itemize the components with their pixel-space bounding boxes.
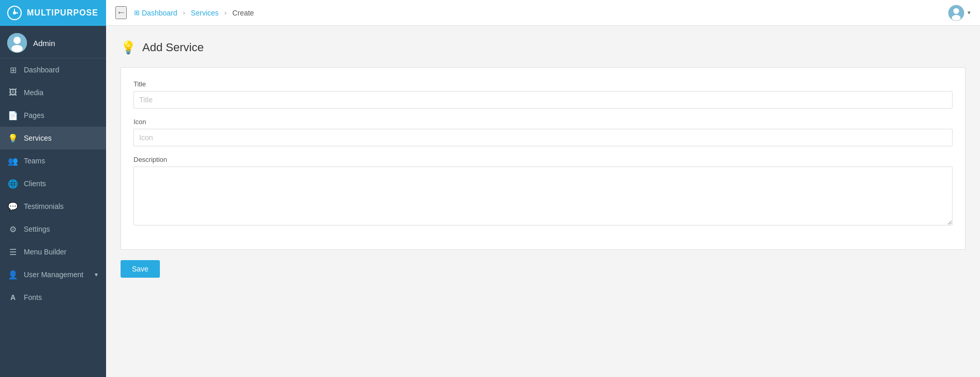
breadcrumb-sep-1: › <box>183 9 185 17</box>
admin-section: Admin <box>0 26 106 58</box>
teams-icon: 👥 <box>8 156 18 165</box>
page-header: 💡 Add Service <box>121 40 966 55</box>
icon-input[interactable] <box>133 129 953 146</box>
sidebar-item-label: Testimonials <box>24 202 64 210</box>
chevron-down-icon: ▾ <box>95 271 98 278</box>
user-chevron-icon: ▾ <box>968 9 971 16</box>
svg-point-3 <box>13 37 21 44</box>
menu-builder-icon: ☰ <box>8 247 18 257</box>
sidebar-item-label: Fonts <box>24 293 42 301</box>
sidebar-header: MULTIPURPOSE <box>0 0 106 26</box>
sidebar-item-label: Teams <box>24 157 45 165</box>
sidebar-item-pages[interactable]: 📄 Pages <box>0 104 106 127</box>
sidebar-item-settings[interactable]: ⚙ Settings <box>0 218 106 240</box>
back-button[interactable]: ← <box>115 6 127 19</box>
page-header-icon: 💡 <box>121 40 136 55</box>
sidebar-item-user-management[interactable]: 👤 User Management ▾ <box>0 263 106 286</box>
add-service-form: Title Icon Description <box>121 67 966 250</box>
sidebar-item-media[interactable]: 🖼 Media <box>0 81 106 104</box>
icon-group: Icon <box>133 118 953 146</box>
sidebar-item-label: Services <box>24 134 52 142</box>
services-icon: 💡 <box>8 133 18 143</box>
testimonials-icon: 💬 <box>8 202 18 211</box>
sidebar: MULTIPURPOSE Admin ⊞ Dashboard 🖼 Media 📄… <box>0 0 106 377</box>
description-group: Description <box>133 156 953 228</box>
sidebar-item-label: Menu Builder <box>24 248 67 256</box>
title-group: Title <box>133 80 953 109</box>
sidebar-item-services[interactable]: 💡 Services <box>0 127 106 149</box>
pages-icon: 📄 <box>8 111 18 120</box>
page-title: Add Service <box>142 41 204 54</box>
logo-icon <box>7 6 22 20</box>
content-area: 💡 Add Service Title Icon Description Sav… <box>106 26 980 377</box>
user-management-icon: 👤 <box>8 270 18 279</box>
breadcrumb-create: Create <box>232 9 254 17</box>
dashboard-icon: ⊞ <box>8 65 18 74</box>
clients-icon: 🌐 <box>8 179 18 188</box>
sidebar-item-menu-builder[interactable]: ☰ Menu Builder <box>0 240 106 263</box>
sidebar-item-label: Settings <box>24 225 50 233</box>
sidebar-item-label: User Management <box>24 270 83 279</box>
svg-point-7 <box>952 14 961 20</box>
svg-point-4 <box>11 45 23 52</box>
sidebar-item-testimonials[interactable]: 💬 Testimonials <box>0 195 106 218</box>
topbar: ← ⊞ Dashboard › Services › Create ▾ <box>106 0 980 26</box>
sidebar-item-label: Media <box>24 88 43 97</box>
sidebar-brand: MULTIPURPOSE <box>27 8 98 18</box>
sidebar-nav: ⊞ Dashboard 🖼 Media 📄 Pages 💡 Services 👥… <box>0 58 106 309</box>
title-label: Title <box>133 80 953 88</box>
sidebar-item-fonts[interactable]: A Fonts <box>0 286 106 309</box>
admin-name: Admin <box>33 39 55 48</box>
home-icon: ⊞ <box>134 9 140 17</box>
sidebar-item-label: Pages <box>24 111 44 119</box>
svg-point-6 <box>953 8 959 13</box>
breadcrumb-services[interactable]: Services <box>191 9 219 17</box>
breadcrumb-sep-2: › <box>225 9 227 17</box>
breadcrumb-dashboard[interactable]: ⊞ Dashboard <box>134 9 177 17</box>
svg-point-1 <box>13 11 16 14</box>
sidebar-item-dashboard[interactable]: ⊞ Dashboard <box>0 58 106 81</box>
media-icon: 🖼 <box>8 88 18 97</box>
sidebar-item-clients[interactable]: 🌐 Clients <box>0 172 106 195</box>
sidebar-item-teams[interactable]: 👥 Teams <box>0 149 106 172</box>
topbar-user-menu[interactable]: ▾ <box>948 5 971 21</box>
description-label: Description <box>133 156 953 163</box>
main-area: ← ⊞ Dashboard › Services › Create ▾ 💡 Ad <box>106 0 980 377</box>
sidebar-item-label: Dashboard <box>24 66 60 74</box>
title-input[interactable] <box>133 91 953 109</box>
save-button[interactable]: Save <box>121 260 160 278</box>
description-textarea[interactable] <box>133 167 953 225</box>
fonts-icon: A <box>8 293 18 302</box>
icon-label: Icon <box>133 118 953 126</box>
topbar-avatar <box>948 5 964 21</box>
settings-icon: ⚙ <box>8 224 18 234</box>
sidebar-item-label: Clients <box>24 179 46 188</box>
admin-avatar <box>7 33 27 53</box>
